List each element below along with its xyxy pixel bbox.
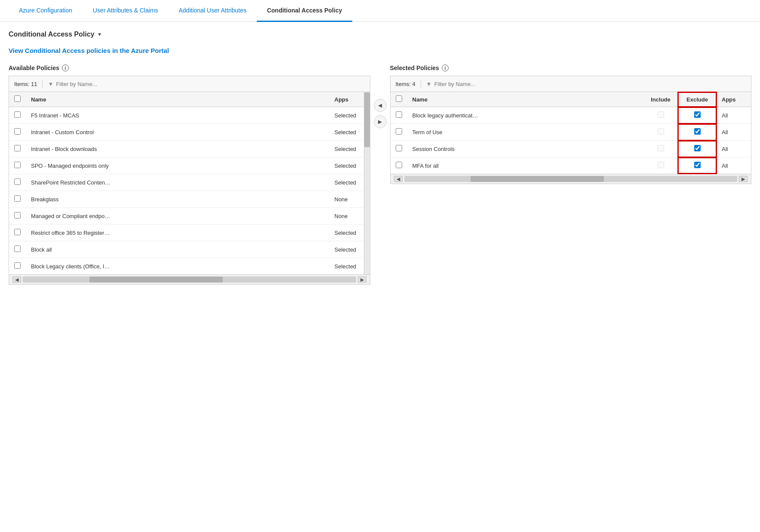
transfer-right-icon: ▶ (378, 119, 382, 125)
row-name: Block all (26, 241, 329, 258)
row-exclude-checkbox[interactable] (694, 128, 701, 135)
row-apps: None (329, 208, 364, 224)
available-scroll-track[interactable] (23, 277, 356, 283)
available-name-header: Name (26, 92, 329, 107)
selected-name-header: Name (407, 92, 644, 107)
available-policies-title: Available Policies i (9, 65, 370, 71)
row-name: Restrict office 365 to Register… (26, 224, 329, 241)
row-checkbox[interactable] (14, 111, 21, 118)
row-include-checkbox (658, 128, 664, 135)
row-checkbox[interactable] (396, 128, 402, 135)
selected-exclude-header: Exclude (678, 92, 717, 107)
row-apps: Selected (329, 124, 364, 141)
selected-scroll-left[interactable]: ◀ (394, 176, 403, 182)
row-exclude (678, 141, 717, 157)
row-apps: All (717, 107, 751, 124)
tab-conditional-access[interactable]: Conditional Access Policy (257, 0, 353, 22)
row-checkbox[interactable] (14, 128, 21, 135)
page-content: Conditional Access Policy ▼ View Conditi… (0, 22, 760, 293)
available-table-scroll: Name Apps F5 Intranet - MCAS Selected (9, 92, 370, 274)
available-filter-input[interactable] (56, 81, 364, 87)
row-name: Session Controls (407, 141, 644, 157)
row-apps: Selected (329, 141, 364, 157)
selected-filter-area: ▼ (426, 81, 746, 87)
row-checkbox[interactable] (396, 162, 402, 168)
row-name: Block legacy authenticat… (407, 107, 644, 124)
table-row: F5 Intranet - MCAS Selected (9, 107, 364, 124)
available-scroll-thumb (364, 92, 370, 147)
row-apps: All (717, 157, 751, 174)
top-navigation: Azure Configuration User Attributes & Cl… (0, 0, 760, 22)
transfer-right-button[interactable]: ▶ (374, 115, 387, 128)
selected-horizontal-scrollbar: ◀ ▶ (391, 174, 751, 184)
row-checkbox[interactable] (396, 145, 402, 151)
table-row: Block all Selected (9, 241, 364, 258)
available-policies-table: Name Apps F5 Intranet - MCAS Selected (9, 92, 364, 274)
available-vertical-scrollbar[interactable] (364, 92, 370, 274)
available-filter-area: ▼ (48, 81, 364, 87)
tab-azure-config[interactable]: Azure Configuration (9, 0, 83, 22)
available-select-all-checkbox[interactable] (14, 95, 21, 102)
selected-filter-input[interactable] (434, 81, 746, 87)
row-include (643, 124, 678, 141)
table-row: Intranet - Custom Control Selected (9, 124, 364, 141)
row-exclude-checkbox[interactable] (694, 162, 701, 168)
row-name: MFA for all (407, 157, 644, 174)
selected-scroll-track[interactable] (404, 176, 738, 182)
available-scroll-right[interactable]: ▶ (358, 277, 366, 283)
row-apps: Selected (329, 224, 364, 241)
table-row: Breakglass None (9, 191, 364, 208)
transfer-left-icon: ◀ (378, 102, 382, 108)
table-row: Session Controls All (391, 141, 751, 157)
transfer-arrows-group: ◀ ▶ (370, 99, 390, 128)
row-name: Term of Use (407, 124, 644, 141)
azure-portal-link[interactable]: View Conditional Access policies in the … (9, 47, 169, 54)
selected-policies-info-icon[interactable]: i (442, 65, 449, 71)
header-dropdown-arrow[interactable]: ▼ (97, 31, 102, 37)
row-exclude-checkbox[interactable] (694, 145, 701, 151)
row-exclude-checkbox[interactable] (694, 111, 701, 118)
transfer-left-button[interactable]: ◀ (374, 99, 387, 112)
tab-additional-user-attributes[interactable]: Additional User Attributes (168, 0, 256, 22)
available-select-all-header (9, 92, 26, 107)
row-name: Managed or Compliant endpo… (26, 208, 329, 224)
available-apps-header: Apps (329, 92, 364, 107)
row-name: Intranet - Custom Control (26, 124, 329, 141)
row-checkbox[interactable] (14, 145, 21, 151)
row-name: Breakglass (26, 191, 329, 208)
table-row: Block Legacy clients (Office, I… Selecte… (9, 258, 364, 275)
row-checkbox[interactable] (14, 246, 21, 252)
selected-policies-table-wrapper: Items: 4 ▼ Name (390, 76, 752, 184)
row-exclude (678, 124, 717, 141)
table-row: Restrict office 365 to Register… Selecte… (9, 224, 364, 241)
table-row: Managed or Compliant endpo… None (9, 208, 364, 224)
row-checkbox[interactable] (14, 178, 21, 185)
selected-scroll-right[interactable]: ▶ (739, 176, 748, 182)
row-include-checkbox (658, 145, 664, 151)
selected-include-header: Include (643, 92, 678, 107)
table-row: Block legacy authenticat… All (391, 107, 751, 124)
available-scroll-left[interactable]: ◀ (12, 277, 21, 283)
tab-user-attributes[interactable]: User Attributes & Claims (83, 0, 169, 22)
available-policies-info-icon[interactable]: i (62, 65, 69, 71)
row-include-checkbox (658, 111, 664, 118)
available-scroll-thumb (89, 277, 223, 283)
row-exclude (678, 157, 717, 174)
row-checkbox[interactable] (14, 162, 21, 168)
selected-policies-table: Name Include Exclude Apps Block legacy a… (391, 92, 751, 174)
selected-select-all-checkbox[interactable] (396, 95, 402, 102)
row-checkbox[interactable] (14, 212, 21, 218)
available-filter-icon: ▼ (48, 81, 53, 87)
row-include (643, 107, 678, 124)
row-checkbox[interactable] (14, 262, 21, 269)
row-checkbox[interactable] (396, 111, 402, 118)
row-checkbox[interactable] (14, 229, 21, 235)
row-apps: All (717, 141, 751, 157)
row-apps: Selected (329, 258, 364, 275)
row-name: SharePoint Restricted Conten… (26, 174, 329, 191)
table-row: SPO - Managed endpoints only Selected (9, 157, 364, 174)
available-items-count: Items: 11 (14, 81, 37, 87)
row-checkbox[interactable] (14, 195, 21, 202)
available-horizontal-scrollbar: ◀ ▶ (9, 274, 370, 284)
row-name: Block Legacy clients (Office, I… (26, 258, 329, 275)
